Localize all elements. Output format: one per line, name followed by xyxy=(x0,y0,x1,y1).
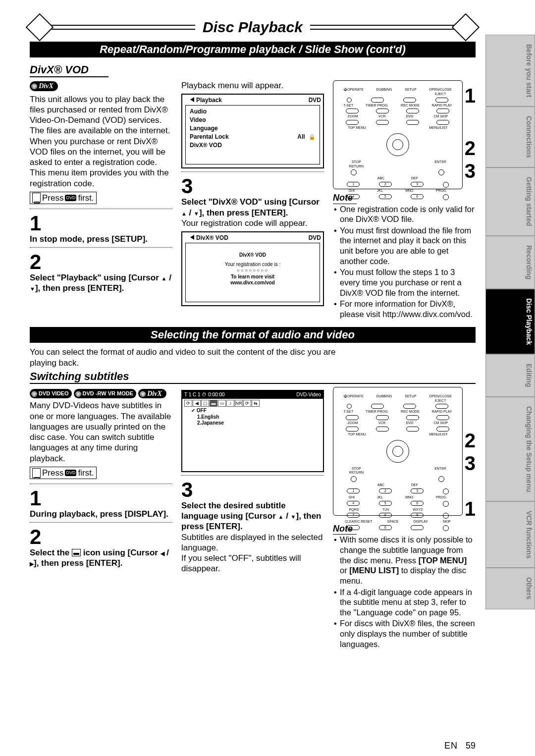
side-tab: Recording xyxy=(485,236,535,289)
cursor-up-icon xyxy=(161,273,167,282)
format-intro: You can select the format of audio and v… xyxy=(30,347,337,368)
step-1-number: 1 xyxy=(30,213,172,234)
side-tab-index: Before you startConnectionsGetting start… xyxy=(485,35,535,609)
cursor-left-icon xyxy=(160,548,164,557)
section-title-1: Repeat/Random/Programme playback / Slide… xyxy=(30,42,476,57)
side-tab: Changing the Setup menu xyxy=(485,397,535,501)
decor-arrow-right-icon xyxy=(452,13,480,42)
dvd-button-icon: DVD xyxy=(65,195,76,201)
subs-step3-body2: If you select "OFF", subtitles will disa… xyxy=(181,553,324,574)
subtitle-icon xyxy=(72,549,81,556)
display-screen: T 1 C 1 ⏱ 0:00:00DVD-Video ⟳◀▢▬▭♪NR⟳⇆ ✔ … xyxy=(181,390,324,472)
step-3-text: Select "DivX® VOD" using [Cursor / ], th… xyxy=(181,197,324,218)
playback-menu-caption: Playback menu will appear. xyxy=(181,80,324,91)
divx-badge: DivX xyxy=(30,81,58,91)
recorder-icon xyxy=(32,193,41,203)
subs-step-1-text: During playback, press [DISPLAY]. xyxy=(30,509,172,519)
remote-step-indicators-2: 2 3 1 xyxy=(463,387,476,520)
subs-step3-body1: Subtitles are displayed in the selected … xyxy=(181,532,324,553)
press-dvd-first-box: Press DVD first. xyxy=(30,192,97,204)
divx-col3: ⏻OPERATEDUBBINGSETUPOPEN/CLOSEEJECT T-SE… xyxy=(333,80,476,320)
cursor-down-icon xyxy=(194,208,199,217)
cursor-down-icon xyxy=(291,511,296,521)
cursor-up-icon xyxy=(278,511,284,521)
subs-heading: Switching subtitles xyxy=(30,370,476,384)
step-2-text: Select "Playback" using [Cursor / ], the… xyxy=(30,272,172,294)
chapter-title: Disc Playback xyxy=(195,19,310,36)
subs-step-2-number: 2 xyxy=(30,527,172,547)
remote-diagram-1: ⏻OPERATEDUBBINGSETUPOPEN/CLOSEEJECT T-SE… xyxy=(333,80,463,189)
recorder-icon xyxy=(32,468,41,478)
subs-col3: ⏻OPERATEDUBBINGSETUPOPEN/CLOSEEJECT T-SE… xyxy=(333,387,476,650)
side-tab: Getting started xyxy=(485,167,535,236)
divx-heading: DivX® VOD xyxy=(30,63,108,77)
subs-step-3-text: Select the desired subtitle language usi… xyxy=(181,500,324,532)
cursor-down-icon xyxy=(30,283,35,293)
subs-step-2-text: Select the icon using [Cursor / ], then … xyxy=(30,547,172,569)
remote-step-indicators-1: 1 2 3 xyxy=(463,80,476,182)
playback-menu-screen: PlaybackDVD AudioVideoLanguageParental L… xyxy=(181,94,324,168)
side-tab: Connections xyxy=(485,107,535,167)
side-tab: VCR functions xyxy=(485,501,535,568)
cursor-up-icon xyxy=(181,208,187,217)
side-tab: Disc Playback xyxy=(485,289,535,354)
divx-note-block: Note One registration code is only valid… xyxy=(333,189,476,319)
side-tab: Before you start xyxy=(485,35,535,107)
subs-step-3-number: 3 xyxy=(181,480,324,500)
side-tab: Others xyxy=(485,568,535,609)
subs-note-block: Note With some discs it is only possible… xyxy=(333,520,476,649)
reg-code-caption: Your registration code will appear. xyxy=(181,218,324,228)
step-1-text: In stop mode, press [SETUP]. xyxy=(30,234,172,244)
remote-diagram-2: ⏻OPERATEDUBBINGSETUPOPEN/CLOSEEJECT T-SE… xyxy=(333,387,463,516)
dvd-button-icon: DVD xyxy=(65,470,76,476)
divx-col2: Playback menu will appear. PlaybackDVD A… xyxy=(181,80,324,320)
subs-col1: DVD VIDEO DVD -RW VR MODE DivX Many DVD-… xyxy=(30,387,172,650)
manual-page: Disc Playback Repeat/Random/Programme pl… xyxy=(0,0,535,756)
section-title-2: Selecting the format of audio and video xyxy=(30,327,476,343)
chapter-banner: Disc Playback xyxy=(30,15,476,40)
subs-intro: Many DVD-Videos have subtitles in one or… xyxy=(30,400,172,464)
page-number: EN59 xyxy=(444,741,476,751)
subs-col2: T 1 C 1 ⏱ 0:00:00DVD-Video ⟳◀▢▬▭♪NR⟳⇆ ✔ … xyxy=(181,387,324,650)
disc-badges: DVD VIDEO DVD -RW VR MODE DivX xyxy=(30,389,172,399)
side-tab: Editing xyxy=(485,354,535,396)
press-dvd-first-box-2: Press DVD first. xyxy=(30,467,97,479)
decor-arrow-left-icon xyxy=(26,13,54,42)
subs-step-1-number: 1 xyxy=(30,488,172,509)
step-3-number: 3 xyxy=(181,176,324,197)
cursor-right-icon xyxy=(30,558,34,568)
divx-col1: DivX This unit allows you to play back t… xyxy=(30,80,172,320)
vod-screen: DivX® VODDVD DivX® VOD Your registration… xyxy=(181,231,324,306)
divx-intro-text: This unit allows you to play back the fi… xyxy=(30,94,172,189)
step-2-number: 2 xyxy=(30,252,172,272)
